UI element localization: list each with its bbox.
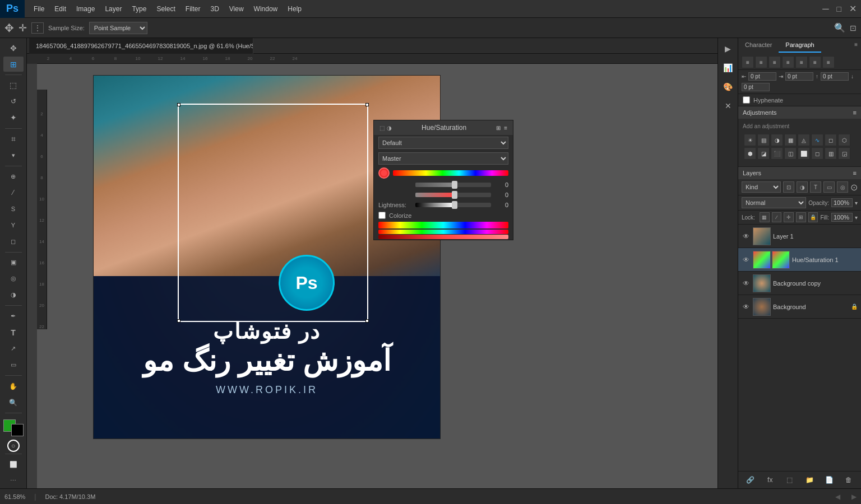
- tool-dodge[interactable]: ◑: [3, 287, 24, 302]
- move-tool-icon[interactable]: ✥: [4, 21, 14, 35]
- scroll-left-btn[interactable]: ◀: [835, 493, 840, 501]
- menu-edit[interactable]: Edit: [50, 3, 71, 15]
- hue-slider[interactable]: [415, 183, 491, 187]
- adj-selectivecolor-icon[interactable]: ◲: [838, 147, 850, 160]
- tool-healing[interactable]: ⊕: [3, 169, 24, 184]
- tool-quick-select[interactable]: ✦: [3, 110, 24, 125]
- opacity-input[interactable]: [831, 198, 853, 207]
- tool-hand[interactable]: ✋: [3, 379, 24, 394]
- layer-eye-background[interactable]: 👁: [742, 302, 751, 311]
- sat-thumb[interactable]: [452, 191, 457, 199]
- adjustments-menu-icon[interactable]: ≡: [853, 109, 857, 116]
- layer-item-huesat[interactable]: 👁 Hue/Saturation 1: [738, 248, 861, 272]
- adj-channelmixer-icon[interactable]: ◪: [757, 147, 770, 160]
- space-before-input[interactable]: [821, 72, 849, 81]
- adj-levels-icon[interactable]: ▤: [757, 134, 770, 146]
- adj-colorbalance-icon[interactable]: ◻: [825, 134, 837, 146]
- quick-mask-button[interactable]: ○: [7, 440, 20, 452]
- tool-artboard[interactable]: ⊞: [3, 57, 24, 72]
- panel-icon-close[interactable]: ✕: [720, 97, 737, 114]
- minimize-button[interactable]: ─: [822, 4, 828, 14]
- menu-window[interactable]: Window: [249, 3, 283, 15]
- delete-layer-button[interactable]: 🗑: [843, 474, 855, 486]
- fill-input[interactable]: [831, 213, 853, 222]
- justify-center-icon[interactable]: ≡: [795, 56, 808, 68]
- space-after-input[interactable]: [742, 83, 770, 91]
- kind-shape-icon[interactable]: ▭: [823, 181, 835, 193]
- hyphenate-checkbox[interactable]: [743, 96, 750, 104]
- adj-threshold-icon[interactable]: ◻: [811, 147, 823, 160]
- colorize-checkbox[interactable]: [378, 212, 386, 219]
- lock-artboard-icon[interactable]: ⊞: [796, 212, 806, 222]
- panel-icon-histogram[interactable]: 📊: [720, 59, 737, 76]
- justify-left-icon[interactable]: ≡: [782, 56, 794, 68]
- link-layers-button[interactable]: 🔗: [744, 474, 757, 486]
- lightness-slider[interactable]: [415, 203, 491, 207]
- tool-clone[interactable]: S: [3, 202, 24, 217]
- justify-all-icon[interactable]: ≡: [822, 56, 835, 68]
- lock-paint-icon[interactable]: ∕: [772, 212, 782, 222]
- adj-bw-icon[interactable]: ⬡: [838, 134, 850, 146]
- tool-pen[interactable]: ✒: [3, 309, 24, 324]
- menu-layer[interactable]: Layer: [100, 3, 126, 15]
- lightness-thumb[interactable]: [452, 201, 457, 209]
- search-icon[interactable]: 🔍: [834, 22, 845, 33]
- adj-curves-icon[interactable]: ◑: [771, 134, 783, 146]
- tool-more[interactable]: ⋯: [3, 473, 24, 488]
- tool-path[interactable]: ↗: [3, 341, 24, 356]
- menu-3d[interactable]: 3D: [206, 3, 223, 15]
- layer-item-bgcopy[interactable]: 👁 Background copy: [738, 272, 861, 295]
- adj-colorlookup-icon[interactable]: ⬛: [771, 147, 783, 160]
- align-icon[interactable]: ⋮: [31, 22, 44, 34]
- adj-brightness-icon[interactable]: ☀: [744, 134, 756, 146]
- scroll-right-btn[interactable]: ▶: [851, 493, 857, 501]
- maximize-button[interactable]: □: [837, 4, 841, 13]
- indent-left-input[interactable]: [748, 72, 776, 81]
- sample-size-select[interactable]: Point Sample 3 by 3 Average 5 by 5 Avera…: [89, 22, 147, 34]
- close-button[interactable]: ✕: [849, 3, 857, 14]
- sat-slider[interactable]: [415, 193, 491, 197]
- layers-menu-icon[interactable]: ≡: [853, 170, 857, 176]
- menu-help[interactable]: Help: [283, 3, 306, 15]
- new-group-button[interactable]: 📁: [803, 474, 816, 486]
- tool-marquee[interactable]: ⬚: [3, 78, 24, 93]
- preset-select[interactable]: Default: [378, 137, 508, 149]
- panel-icon-3d[interactable]: 🎨: [720, 78, 737, 95]
- menu-file[interactable]: File: [29, 3, 49, 15]
- opacity-arrow[interactable]: ▾: [855, 200, 858, 206]
- kind-type-icon[interactable]: T: [810, 181, 821, 193]
- adj-gradient-icon[interactable]: ▥: [825, 147, 837, 160]
- kind-smart-icon[interactable]: ◎: [837, 181, 848, 193]
- kind-adjustment-icon[interactable]: ◑: [797, 181, 808, 193]
- adjustments-header[interactable]: Adjustments ≡: [738, 106, 861, 119]
- background-color[interactable]: [11, 424, 24, 436]
- menu-select[interactable]: Select: [152, 3, 179, 15]
- adj-invert-icon[interactable]: ◫: [784, 147, 797, 160]
- new-layer-button[interactable]: 📄: [823, 474, 835, 486]
- layer-item-layer1[interactable]: 👁 Layer 1: [738, 225, 861, 248]
- blend-mode-select[interactable]: Normal Multiply Screen Overlay: [742, 197, 806, 208]
- tool-screen-mode[interactable]: ⬜: [3, 457, 24, 472]
- menu-image[interactable]: Image: [72, 3, 99, 15]
- adj-posterize-icon[interactable]: ⬜: [798, 147, 810, 160]
- tool-shape[interactable]: ▭: [3, 357, 24, 372]
- kind-filter-select[interactable]: Kind: [742, 181, 781, 193]
- layer-eye-layer1[interactable]: 👁: [742, 232, 751, 241]
- tool-blur[interactable]: ◎: [3, 271, 24, 286]
- panel-icon-play[interactable]: ▶: [720, 40, 737, 57]
- lock-position-icon[interactable]: ✛: [784, 212, 794, 222]
- tool-history[interactable]: Y: [3, 218, 24, 233]
- tool-gradient[interactable]: ▣: [3, 255, 24, 270]
- layer-eye-huesat[interactable]: 👁: [742, 255, 751, 264]
- tool-move[interactable]: ✥: [3, 40, 24, 55]
- align-right-icon[interactable]: ≡: [769, 56, 781, 68]
- lock-all-icon[interactable]: 🔒: [808, 212, 818, 222]
- channel-select[interactable]: Master: [378, 152, 508, 165]
- layers-toggle[interactable]: ⊙: [850, 182, 858, 193]
- tool-type[interactable]: T: [3, 325, 24, 340]
- document-tab[interactable]: 184657006_418897962679771_46655046978308…: [29, 38, 253, 54]
- add-style-button[interactable]: fx: [764, 474, 776, 486]
- tab-character[interactable]: Character: [738, 38, 779, 53]
- tool-zoom[interactable]: 🔍: [3, 395, 24, 410]
- adj-photo-icon[interactable]: ⬢: [744, 147, 756, 160]
